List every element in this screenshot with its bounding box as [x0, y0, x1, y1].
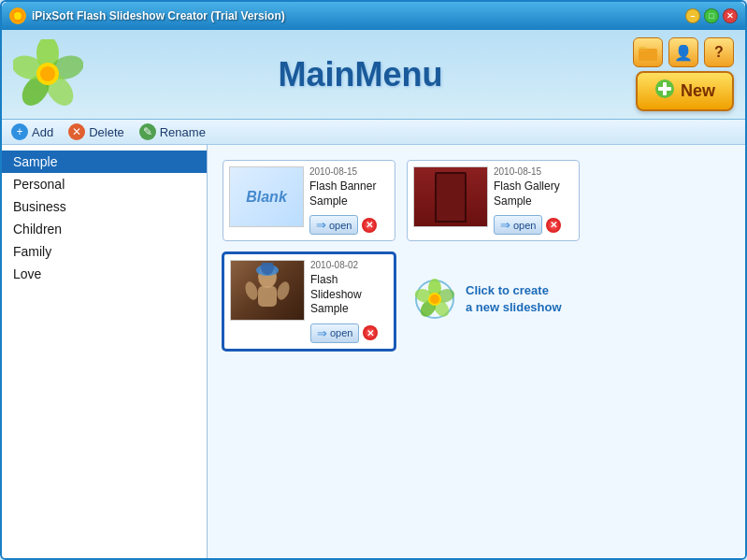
content-area: Sample Personal Business Children Family…: [2, 145, 745, 558]
new-button-label: New: [681, 81, 715, 101]
sidebar-item-children[interactable]: Children: [2, 218, 207, 240]
open-button-flash-banner[interactable]: ⇒ open: [309, 215, 358, 235]
user-icon-button[interactable]: 👤: [668, 37, 698, 67]
rename-label: Rename: [160, 125, 206, 139]
sidebar: Sample Personal Business Children Family…: [2, 145, 208, 558]
card-title-flash-banner: Flash BannerSample: [309, 179, 389, 208]
rename-button[interactable]: ✎ Rename: [139, 123, 206, 140]
delete-button-flash-gallery[interactable]: ✕: [546, 218, 561, 233]
svg-point-1: [14, 12, 22, 20]
sidebar-item-sample[interactable]: Sample: [2, 151, 207, 173]
app-icon: [9, 7, 26, 24]
sidebar-item-family[interactable]: Family: [2, 240, 207, 263]
sidebar-item-personal[interactable]: Personal: [2, 173, 207, 195]
cards-row-1: Blank 2010-08-15 Flash BannerSample ⇒ op…: [223, 160, 730, 241]
card-date-flash-gallery: 2010-08-15: [494, 166, 573, 177]
card-title-flash-gallery: Flash GallerySample: [494, 179, 573, 208]
minimize-button[interactable]: –: [685, 8, 700, 23]
title-bar-left: iPixSoft Flash Slideshow Creator (Trial …: [9, 7, 285, 24]
toolbar: + Add ✕ Delete ✎ Rename: [2, 120, 745, 145]
main-title: MainMenu: [88, 55, 633, 94]
open-label: open: [329, 220, 352, 231]
card-date-flash-slideshow: 2010-08-02: [310, 260, 388, 270]
window-title: iPixSoft Flash Slideshow Creator (Trial …: [32, 9, 285, 22]
main-window: iPixSoft Flash Slideshow Creator (Trial …: [0, 0, 747, 560]
add-label: Add: [32, 125, 53, 139]
header: MainMenu 👤 ?: [2, 30, 745, 120]
project-card-flash-slideshow[interactable]: 2010-08-02 FlashSlideshowSample ⇒ open ✕: [223, 252, 395, 351]
delete-label: Delete: [89, 125, 124, 139]
card-thumb-baby: [230, 260, 305, 321]
card-info-flash-slideshow: 2010-08-02 FlashSlideshowSample ⇒ open ✕: [310, 260, 388, 343]
baby-image: [231, 261, 304, 320]
delete-button-flash-banner[interactable]: ✕: [362, 218, 377, 233]
open-label-slideshow: open: [330, 327, 352, 338]
logo: [13, 39, 88, 109]
open-button-flash-slideshow[interactable]: ⇒ open: [310, 323, 359, 343]
open-label-gallery: open: [513, 220, 536, 231]
header-right: 👤 ? New: [633, 37, 734, 111]
card-thumb-blank: Blank: [229, 166, 304, 227]
svg-point-8: [40, 66, 55, 81]
add-button[interactable]: + Add: [11, 123, 53, 140]
help-icon-button[interactable]: ?: [704, 37, 734, 67]
card-info-flash-banner: 2010-08-15 Flash BannerSample ⇒ open ✕: [309, 166, 389, 235]
project-card-flash-gallery[interactable]: 2010-08-15 Flash GallerySample ⇒ open ✕: [407, 160, 580, 241]
svg-rect-11: [639, 49, 657, 61]
new-slideshow-card[interactable]: Click to create a new slideshow: [407, 252, 580, 346]
card-info-flash-gallery: 2010-08-15 Flash GallerySample ⇒ open ✕: [494, 166, 573, 235]
sidebar-item-business[interactable]: Business: [2, 195, 207, 218]
card-actions-flash-slideshow: ⇒ open ✕: [310, 323, 388, 343]
svg-point-20: [275, 280, 292, 301]
title-bar-controls: – □ ✕: [685, 8, 738, 23]
folder-icon-button[interactable]: [633, 37, 663, 67]
delete-icon: ✕: [68, 123, 85, 140]
new-slideshow-text[interactable]: Click to create a new slideshow: [466, 282, 562, 316]
new-slideshow-icon: [414, 279, 456, 321]
cards-row-2: 2010-08-02 FlashSlideshowSample ⇒ open ✕: [223, 252, 730, 351]
maximize-button[interactable]: □: [704, 8, 719, 23]
sidebar-item-love[interactable]: Love: [2, 263, 207, 285]
main-panel: Blank 2010-08-15 Flash BannerSample ⇒ op…: [208, 145, 745, 558]
open-arrow-icon: ⇒: [316, 218, 326, 232]
card-title-flash-slideshow: FlashSlideshowSample: [310, 273, 388, 317]
project-card-flash-banner[interactable]: Blank 2010-08-15 Flash BannerSample ⇒ op…: [223, 160, 395, 241]
open-button-flash-gallery[interactable]: ⇒ open: [494, 215, 542, 235]
add-icon: +: [11, 123, 28, 140]
card-date-flash-banner: 2010-08-15: [309, 166, 389, 177]
gallery-door-image: [414, 167, 487, 226]
delete-button-flash-slideshow[interactable]: ✕: [363, 325, 378, 340]
svg-point-28: [430, 294, 439, 304]
new-button[interactable]: New: [636, 71, 734, 111]
title-bar: iPixSoft Flash Slideshow Creator (Trial …: [2, 2, 745, 30]
card-thumb-gallery: [413, 166, 488, 227]
close-button[interactable]: ✕: [723, 8, 738, 23]
open-arrow-icon-gallery: ⇒: [500, 218, 510, 232]
svg-rect-16: [258, 286, 277, 307]
svg-point-19: [243, 280, 260, 301]
header-icons: 👤 ?: [633, 37, 734, 67]
card-actions-flash-banner: ⇒ open ✕: [309, 215, 389, 235]
delete-button[interactable]: ✕ Delete: [68, 123, 124, 140]
new-button-icon: [654, 79, 675, 104]
card-actions-flash-gallery: ⇒ open ✕: [494, 215, 573, 235]
rename-icon: ✎: [139, 123, 156, 140]
open-arrow-icon-slideshow: ⇒: [317, 326, 327, 340]
svg-rect-14: [658, 87, 671, 91]
